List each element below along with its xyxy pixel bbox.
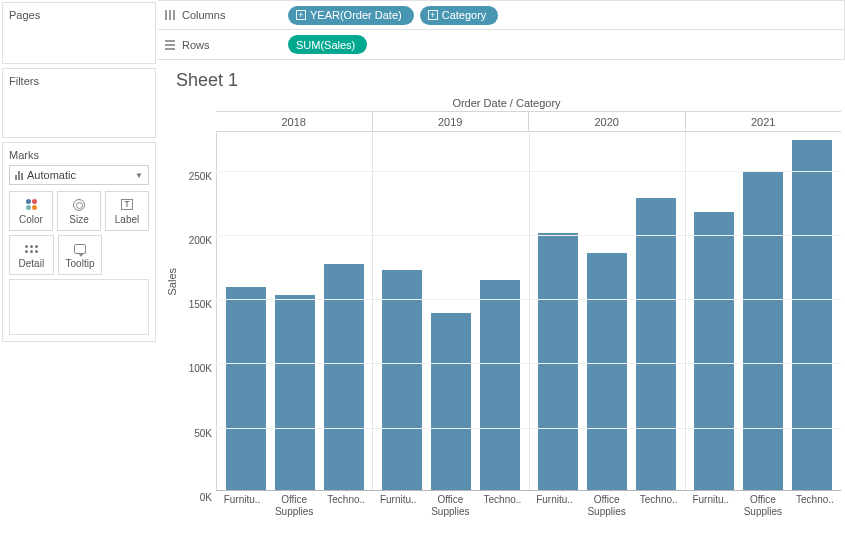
chevron-down-icon: ▼	[135, 171, 143, 180]
x-category-label: Techno..	[322, 491, 370, 519]
year-group	[685, 132, 841, 490]
year-header[interactable]: 2019	[372, 112, 529, 131]
bar-chart-icon	[15, 170, 23, 180]
column-axis-header: Order Date / Category	[172, 97, 841, 109]
y-tick: 100K	[189, 363, 212, 374]
y-axis[interactable]: Sales 0K50K100K150K200K250K	[172, 111, 216, 491]
rows-icon	[164, 39, 176, 51]
svg-rect-3	[165, 40, 175, 42]
filters-shelf[interactable]: Filters	[2, 68, 156, 138]
sheet-title[interactable]: Sheet 1	[176, 70, 841, 91]
x-category-label: Techno..	[478, 491, 526, 519]
y-tick: 150K	[189, 299, 212, 310]
x-category-label: Techno..	[635, 491, 683, 519]
pill-category[interactable]: + Category	[420, 6, 499, 25]
x-category-label: Office Supplies	[426, 491, 474, 519]
detail-card-label: Detail	[19, 258, 45, 269]
svg-rect-5	[165, 48, 175, 50]
year-header[interactable]: 2020	[528, 112, 685, 131]
detail-icon	[25, 245, 38, 253]
pill-text: Category	[442, 9, 487, 21]
bar[interactable]	[324, 264, 364, 490]
year-group	[216, 132, 372, 490]
year-header[interactable]: 2018	[216, 112, 372, 131]
bar[interactable]	[792, 140, 832, 490]
svg-rect-0	[165, 10, 167, 20]
y-tick: 0K	[200, 492, 212, 503]
app-root: Pages Filters Marks Automatic ▼ Color Si…	[0, 0, 845, 558]
bar[interactable]	[538, 233, 578, 490]
plot-area[interactable]: 2018201920202021	[216, 111, 841, 491]
columns-shelf-label: Columns	[182, 9, 225, 21]
label-card-label: Label	[115, 214, 139, 225]
pill-text: YEAR(Order Date)	[310, 9, 402, 21]
year-group	[372, 132, 528, 490]
pill-text: SUM(Sales)	[296, 39, 355, 51]
left-panel-column: Pages Filters Marks Automatic ▼ Color Si…	[0, 0, 158, 558]
year-headers: 2018201920202021	[216, 112, 841, 132]
pages-title: Pages	[9, 9, 149, 21]
y-tick: 250K	[189, 170, 212, 181]
label-icon: T	[121, 199, 133, 210]
marks-title: Marks	[9, 149, 149, 161]
tooltip-icon	[74, 244, 86, 254]
bar[interactable]	[694, 212, 734, 490]
bar[interactable]	[743, 172, 783, 490]
marks-card: Marks Automatic ▼ Color Size T Label	[2, 142, 156, 342]
label-card[interactable]: T Label	[105, 191, 149, 231]
y-tick: 200K	[189, 234, 212, 245]
columns-shelf[interactable]: Columns + YEAR(Order Date) + Category	[158, 0, 845, 30]
svg-rect-4	[165, 44, 175, 46]
pill-year-order-date[interactable]: + YEAR(Order Date)	[288, 6, 414, 25]
pill-sum-sales[interactable]: SUM(Sales)	[288, 35, 367, 54]
year-header[interactable]: 2021	[685, 112, 842, 131]
svg-rect-2	[173, 10, 175, 20]
color-icon	[26, 199, 37, 210]
columns-icon	[164, 9, 176, 21]
x-category-label: Office Supplies	[583, 491, 631, 519]
bar[interactable]	[431, 313, 471, 490]
x-category-label: Office Supplies	[739, 491, 787, 519]
x-axis[interactable]: Furnitu..Office SuppliesTechno..Furnitu.…	[216, 491, 841, 519]
tooltip-card-label: Tooltip	[66, 258, 95, 269]
color-card[interactable]: Color	[9, 191, 53, 231]
expand-icon: +	[296, 10, 306, 20]
marks-drop-area[interactable]	[9, 279, 149, 335]
x-category-label: Furnitu..	[374, 491, 422, 519]
x-category-label: Furnitu..	[218, 491, 266, 519]
color-card-label: Color	[19, 214, 43, 225]
expand-icon: +	[428, 10, 438, 20]
pages-shelf[interactable]: Pages	[2, 2, 156, 64]
mark-type-label: Automatic	[27, 169, 76, 181]
bar[interactable]	[587, 253, 627, 490]
rows-shelf-label: Rows	[182, 39, 210, 51]
bar[interactable]	[636, 198, 676, 490]
main-area: Columns + YEAR(Order Date) + Category Ro…	[158, 0, 845, 558]
bar[interactable]	[480, 280, 520, 490]
chart-grid: Sales 0K50K100K150K200K250K 201820192020…	[172, 111, 841, 491]
size-icon	[73, 199, 85, 211]
year-group	[529, 132, 685, 490]
bar[interactable]	[226, 287, 266, 490]
y-axis-label: Sales	[166, 268, 178, 296]
mark-type-dropdown[interactable]: Automatic ▼	[9, 165, 149, 185]
detail-card[interactable]: Detail	[9, 235, 54, 275]
x-category-label: Furnitu..	[531, 491, 579, 519]
filters-title: Filters	[9, 75, 149, 87]
x-category-label: Office Supplies	[270, 491, 318, 519]
bar[interactable]	[382, 270, 422, 490]
size-card-label: Size	[69, 214, 88, 225]
svg-rect-1	[169, 10, 171, 20]
chart-area: Sheet 1 Order Date / Category Sales 0K50…	[158, 60, 845, 558]
bar[interactable]	[275, 295, 315, 490]
tooltip-card[interactable]: Tooltip	[58, 235, 103, 275]
x-category-label: Furnitu..	[687, 491, 735, 519]
rows-shelf[interactable]: Rows SUM(Sales)	[158, 30, 845, 60]
y-tick: 50K	[194, 427, 212, 438]
size-card[interactable]: Size	[57, 191, 101, 231]
x-category-label: Techno..	[791, 491, 839, 519]
